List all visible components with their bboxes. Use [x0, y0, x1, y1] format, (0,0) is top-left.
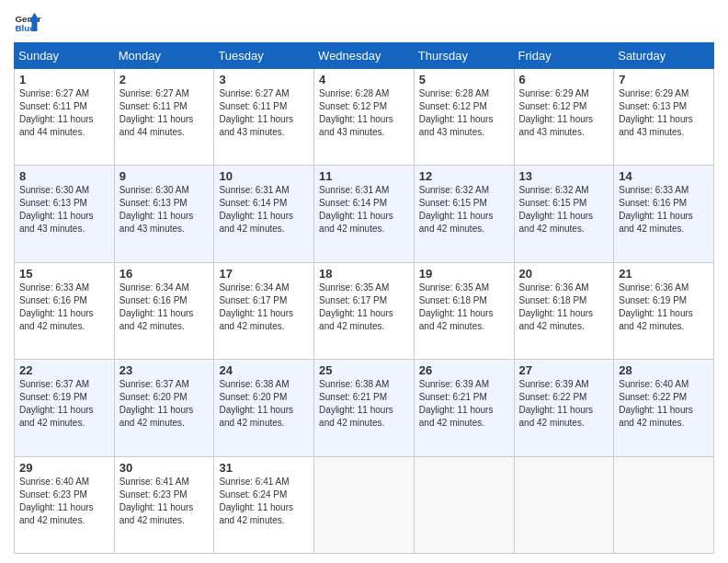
day-cell-20: 20Sunrise: 6:36 AMSunset: 6:18 PMDayligh… [514, 262, 614, 359]
day-cell-4: 4Sunrise: 6:28 AMSunset: 6:12 PMDaylight… [314, 69, 415, 166]
day-cell-11: 11Sunrise: 6:31 AMSunset: 6:14 PMDayligh… [314, 166, 415, 262]
day-info: Sunrise: 6:34 AMSunset: 6:17 PMDaylight:… [219, 282, 293, 331]
day-cell-23: 23Sunrise: 6:37 AMSunset: 6:20 PMDayligh… [114, 360, 214, 456]
day-number: 10 [219, 169, 309, 183]
empty-cell [314, 456, 415, 553]
logo: General Blue [14, 9, 41, 37]
day-number: 14 [619, 169, 709, 183]
day-of-week-thursday: Thursday [414, 43, 514, 69]
day-number: 7 [619, 73, 709, 86]
day-number: 11 [319, 169, 409, 183]
day-number: 1 [19, 73, 109, 86]
day-cell-31: 31Sunrise: 6:41 AMSunset: 6:24 PMDayligh… [214, 456, 314, 553]
day-info: Sunrise: 6:31 AMSunset: 6:14 PMDaylight:… [219, 185, 293, 234]
day-number: 8 [19, 169, 109, 183]
day-info: Sunrise: 6:35 AMSunset: 6:17 PMDaylight:… [319, 282, 393, 331]
day-cell-22: 22Sunrise: 6:37 AMSunset: 6:19 PMDayligh… [15, 360, 115, 456]
day-info: Sunrise: 6:30 AMSunset: 6:13 PMDaylight:… [119, 185, 194, 234]
day-info: Sunrise: 6:27 AMSunset: 6:11 PMDaylight:… [119, 88, 194, 137]
empty-cell [514, 456, 614, 553]
day-number: 12 [419, 169, 509, 183]
day-number: 24 [219, 363, 309, 377]
day-number: 4 [319, 73, 409, 86]
day-info: Sunrise: 6:39 AMSunset: 6:21 PMDaylight:… [419, 379, 494, 428]
day-info: Sunrise: 6:38 AMSunset: 6:21 PMDaylight:… [319, 379, 393, 428]
empty-cell [614, 456, 714, 553]
day-cell-1: 1Sunrise: 6:27 AMSunset: 6:11 PMDaylight… [15, 69, 115, 166]
empty-cell [414, 456, 514, 553]
day-info: Sunrise: 6:41 AMSunset: 6:24 PMDaylight:… [219, 477, 293, 525]
day-cell-7: 7Sunrise: 6:29 AMSunset: 6:13 PMDaylight… [614, 69, 714, 166]
day-info: Sunrise: 6:31 AMSunset: 6:14 PMDaylight:… [319, 185, 393, 234]
day-cell-25: 25Sunrise: 6:38 AMSunset: 6:21 PMDayligh… [314, 360, 415, 456]
day-number: 21 [619, 267, 709, 281]
calendar-table: SundayMondayTuesdayWednesdayThursdayFrid… [14, 42, 714, 554]
day-number: 2 [119, 73, 210, 86]
day-cell-13: 13Sunrise: 6:32 AMSunset: 6:15 PMDayligh… [514, 166, 614, 262]
day-info: Sunrise: 6:39 AMSunset: 6:22 PMDaylight:… [519, 379, 594, 428]
day-cell-29: 29Sunrise: 6:40 AMSunset: 6:23 PMDayligh… [15, 456, 115, 553]
day-cell-6: 6Sunrise: 6:29 AMSunset: 6:12 PMDaylight… [514, 69, 614, 166]
day-number: 6 [519, 73, 609, 86]
day-cell-26: 26Sunrise: 6:39 AMSunset: 6:21 PMDayligh… [414, 360, 514, 456]
day-info: Sunrise: 6:28 AMSunset: 6:12 PMDaylight:… [419, 88, 494, 137]
day-of-week-sunday: Sunday [15, 43, 115, 69]
calendar-week-4: 22Sunrise: 6:37 AMSunset: 6:19 PMDayligh… [15, 360, 714, 456]
day-info: Sunrise: 6:29 AMSunset: 6:13 PMDaylight:… [619, 88, 693, 137]
day-of-week-friday: Friday [514, 43, 614, 69]
day-info: Sunrise: 6:33 AMSunset: 6:16 PMDaylight:… [19, 282, 94, 331]
day-cell-3: 3Sunrise: 6:27 AMSunset: 6:11 PMDaylight… [214, 69, 314, 166]
day-info: Sunrise: 6:30 AMSunset: 6:13 PMDaylight:… [19, 185, 94, 234]
day-cell-5: 5Sunrise: 6:28 AMSunset: 6:12 PMDaylight… [414, 69, 514, 166]
day-cell-21: 21Sunrise: 6:36 AMSunset: 6:19 PMDayligh… [614, 262, 714, 359]
day-number: 13 [519, 169, 609, 183]
day-number: 28 [619, 363, 709, 377]
day-number: 18 [319, 267, 409, 281]
day-number: 20 [519, 267, 609, 281]
day-cell-27: 27Sunrise: 6:39 AMSunset: 6:22 PMDayligh… [514, 360, 614, 456]
day-number: 22 [19, 363, 109, 377]
day-of-week-saturday: Saturday [614, 43, 714, 69]
day-cell-28: 28Sunrise: 6:40 AMSunset: 6:22 PMDayligh… [614, 360, 714, 456]
day-cell-9: 9Sunrise: 6:30 AMSunset: 6:13 PMDaylight… [114, 166, 214, 262]
logo-icon: General Blue [14, 9, 41, 37]
day-info: Sunrise: 6:37 AMSunset: 6:19 PMDaylight:… [19, 379, 94, 428]
calendar-week-2: 8Sunrise: 6:30 AMSunset: 6:13 PMDaylight… [15, 166, 714, 262]
calendar-week-5: 29Sunrise: 6:40 AMSunset: 6:23 PMDayligh… [15, 456, 714, 553]
day-cell-12: 12Sunrise: 6:32 AMSunset: 6:15 PMDayligh… [414, 166, 514, 262]
day-info: Sunrise: 6:40 AMSunset: 6:22 PMDaylight:… [619, 379, 693, 428]
day-cell-18: 18Sunrise: 6:35 AMSunset: 6:17 PMDayligh… [314, 262, 415, 359]
day-number: 26 [419, 363, 509, 377]
day-info: Sunrise: 6:34 AMSunset: 6:16 PMDaylight:… [119, 282, 194, 331]
day-info: Sunrise: 6:27 AMSunset: 6:11 PMDaylight:… [219, 88, 293, 137]
day-cell-17: 17Sunrise: 6:34 AMSunset: 6:17 PMDayligh… [214, 262, 314, 359]
day-number: 5 [419, 73, 509, 86]
day-info: Sunrise: 6:35 AMSunset: 6:18 PMDaylight:… [419, 282, 494, 331]
day-number: 23 [119, 363, 210, 377]
day-cell-8: 8Sunrise: 6:30 AMSunset: 6:13 PMDaylight… [15, 166, 115, 262]
day-info: Sunrise: 6:36 AMSunset: 6:18 PMDaylight:… [519, 282, 594, 331]
day-of-week-tuesday: Tuesday [214, 43, 314, 69]
day-cell-10: 10Sunrise: 6:31 AMSunset: 6:14 PMDayligh… [214, 166, 314, 262]
day-number: 17 [219, 267, 309, 281]
day-cell-15: 15Sunrise: 6:33 AMSunset: 6:16 PMDayligh… [15, 262, 115, 359]
day-info: Sunrise: 6:27 AMSunset: 6:11 PMDaylight:… [19, 88, 94, 137]
day-number: 31 [219, 461, 309, 475]
calendar-week-1: 1Sunrise: 6:27 AMSunset: 6:11 PMDaylight… [15, 69, 714, 166]
day-of-week-monday: Monday [114, 43, 214, 69]
page-header: General Blue [14, 9, 714, 37]
day-info: Sunrise: 6:32 AMSunset: 6:15 PMDaylight:… [519, 185, 594, 234]
calendar-week-3: 15Sunrise: 6:33 AMSunset: 6:16 PMDayligh… [15, 262, 714, 359]
day-info: Sunrise: 6:29 AMSunset: 6:12 PMDaylight:… [519, 88, 594, 137]
day-number: 25 [319, 363, 409, 377]
day-info: Sunrise: 6:37 AMSunset: 6:20 PMDaylight:… [119, 379, 194, 428]
day-cell-16: 16Sunrise: 6:34 AMSunset: 6:16 PMDayligh… [114, 262, 214, 359]
day-cell-30: 30Sunrise: 6:41 AMSunset: 6:23 PMDayligh… [114, 456, 214, 553]
day-info: Sunrise: 6:33 AMSunset: 6:16 PMDaylight:… [619, 185, 693, 234]
day-info: Sunrise: 6:41 AMSunset: 6:23 PMDaylight:… [119, 477, 194, 525]
day-info: Sunrise: 6:36 AMSunset: 6:19 PMDaylight:… [619, 282, 693, 331]
day-info: Sunrise: 6:28 AMSunset: 6:12 PMDaylight:… [319, 88, 393, 137]
day-number: 9 [119, 169, 210, 183]
day-number: 30 [119, 461, 210, 475]
day-of-week-wednesday: Wednesday [314, 43, 415, 69]
